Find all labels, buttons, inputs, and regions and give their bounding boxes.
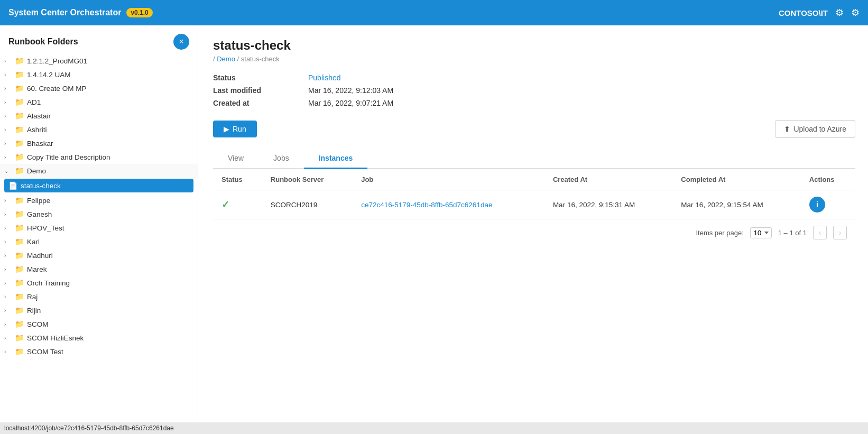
prev-page-button[interactable]: ‹	[813, 226, 827, 239]
upload-icon: ⬆	[784, 125, 790, 133]
sidebar-item-hpov[interactable]: › 📁 HPOV_Test	[0, 221, 198, 235]
sidebar-item-raj[interactable]: › 📁 Raj	[0, 290, 198, 303]
folder-icon: 📁	[15, 125, 24, 134]
folder-icon: 📁	[15, 265, 24, 273]
upload-label: Upload to Azure	[793, 125, 846, 133]
sidebar-item-60[interactable]: › 📁 60. Create OM MP	[0, 81, 198, 95]
folder-icon: 📁	[15, 306, 24, 315]
col-created-at: Created At	[544, 169, 672, 190]
cell-created-at: Mar 16, 2022, 9:15:31 AM	[544, 190, 672, 219]
chevron-right-icon: ›	[4, 154, 12, 160]
folder-icon: 📁	[15, 224, 24, 232]
folder-label: Raj	[27, 293, 191, 301]
sidebar-item-scomtest[interactable]: › 📁 SCOM Test	[0, 345, 198, 358]
tab-jobs[interactable]: Jobs	[258, 149, 304, 169]
folder-label: Ganesh	[27, 210, 191, 218]
sidebar-item-ganesh[interactable]: › 📁 Ganesh	[0, 207, 198, 221]
folder-icon: 📁	[15, 279, 24, 287]
meta-row-createdat: Created at Mar 16, 2022, 9:07:21 AM	[213, 99, 855, 107]
folder-label: 1.2.1.2_ProdMG01	[27, 57, 191, 65]
chevron-right-icon: ›	[4, 321, 12, 327]
col-job: Job	[353, 169, 544, 190]
chevron-right-icon: ›	[4, 211, 12, 217]
breadcrumb-demo[interactable]: Demo	[217, 55, 235, 63]
run-button[interactable]: ▶ Run	[213, 121, 257, 137]
folder-label: Felippe	[27, 197, 191, 205]
sidebar-item-karl[interactable]: › 📁 Karl	[0, 235, 198, 248]
app-title: System Center Orchestrator	[8, 8, 121, 17]
folder-label: Rijin	[27, 307, 191, 315]
sidebar-item-demo[interactable]: ⌄ 📁 Demo	[0, 164, 198, 178]
sidebar-item-status-check[interactable]: 📄 status-check	[4, 179, 193, 192]
sidebar-item-1212[interactable]: › 📁 1.2.1.2_ProdMG01	[0, 54, 198, 68]
chevron-right-icon: ›	[4, 198, 12, 204]
folder-label: Marek	[27, 265, 191, 273]
job-link[interactable]: ce72c416-5179-45db-8ffb-65d7c6261dae	[361, 201, 492, 209]
runbook-icon: 📄	[8, 181, 17, 190]
folder-icon: 📁	[15, 57, 24, 65]
sidebar-item-felippe[interactable]: › 📁 Felippe	[0, 193, 198, 207]
sidebar-item-ashriti[interactable]: › 📁 Ashriti	[0, 123, 198, 136]
sidebar-header: Runbook Folders ×	[0, 25, 198, 54]
per-page-select[interactable]: 10 25 50	[750, 227, 772, 238]
chevron-right-icon: ›	[4, 113, 12, 119]
folder-label: HPOV_Test	[27, 224, 191, 232]
run-label: Run	[233, 125, 246, 133]
cell-runbook-server: SCORCH2019	[262, 190, 353, 219]
tab-view[interactable]: View	[213, 149, 258, 169]
table-row: ✓ SCORCH2019 ce72c416-5179-45db-8ffb-65d…	[213, 190, 855, 219]
info-button[interactable]: i	[809, 197, 825, 213]
config-icon[interactable]: ⚙	[851, 7, 860, 19]
tab-instances[interactable]: Instances	[304, 149, 368, 169]
settings-icon[interactable]: ⚙	[835, 7, 844, 19]
folder-label: Demo	[27, 167, 191, 175]
sidebar-item-scom[interactable]: › 📁 SCOM	[0, 317, 198, 331]
version-badge: v0.1.0	[126, 8, 152, 17]
created-at-value: Mar 16, 2022, 9:07:21 AM	[308, 99, 393, 107]
folder-label: SCOM Test	[27, 348, 191, 356]
col-completed-at: Completed At	[672, 169, 800, 190]
folder-label: Karl	[27, 238, 191, 246]
last-modified-value: Mar 16, 2022, 9:12:03 AM	[308, 86, 393, 95]
navbar-right: CONTOSO\IT ⚙ ⚙	[779, 7, 860, 19]
main-content: status-check / Demo / status-check Statu…	[198, 25, 868, 434]
chevron-right-icon: ›	[4, 335, 12, 341]
sidebar-collapse-button[interactable]: ×	[173, 34, 189, 50]
sidebar-item-orch[interactable]: › 📁 Orch Training	[0, 276, 198, 290]
chevron-down-icon: ⌄	[4, 168, 12, 174]
sidebar-item-1414[interactable]: › 📁 1.4.14.2 UAM	[0, 68, 198, 81]
next-page-button[interactable]: ›	[833, 226, 847, 239]
folder-icon: 📁	[15, 237, 24, 246]
sidebar-item-madhuri[interactable]: › 📁 Madhuri	[0, 248, 198, 262]
sidebar-item-alastair[interactable]: › 📁 Alastair	[0, 109, 198, 123]
folder-icon: 📁	[15, 334, 24, 342]
sidebar-item-copytitle[interactable]: › 📁 Copy Title and Description	[0, 150, 198, 164]
folder-icon: 📁	[15, 139, 24, 147]
sidebar-item-scomhizli[interactable]: › 📁 SCOM HizliEsnek	[0, 331, 198, 345]
sidebar-item-ad1[interactable]: › 📁 AD1	[0, 95, 198, 109]
folder-icon: 📁	[15, 196, 24, 205]
cell-completed-at: Mar 16, 2022, 9:15:54 AM	[672, 190, 800, 219]
folder-label: Ashriti	[27, 126, 191, 134]
meta-row-lastmod: Last modified Mar 16, 2022, 9:12:03 AM	[213, 86, 855, 95]
created-at-label: Created at	[213, 99, 308, 107]
folder-icon: 📁	[15, 112, 24, 120]
tabs: View Jobs Instances	[213, 149, 855, 169]
folder-icon: 📁	[15, 347, 24, 356]
folder-label: SCOM HizliEsnek	[27, 334, 191, 342]
folder-icon: 📁	[15, 70, 24, 79]
sidebar-item-marek[interactable]: › 📁 Marek	[0, 262, 198, 276]
last-modified-label: Last modified	[213, 86, 308, 95]
folder-icon: 📁	[15, 84, 24, 93]
breadcrumb-current: status-check	[241, 55, 280, 63]
chevron-right-icon: ›	[4, 225, 12, 231]
upload-to-azure-button[interactable]: ⬆ Upload to Azure	[775, 120, 855, 138]
chevron-right-icon: ›	[4, 253, 12, 258]
folder-icon: 📁	[15, 251, 24, 260]
sidebar-item-bhaskar[interactable]: › 📁 Bhaskar	[0, 136, 198, 150]
sidebar-item-rijin[interactable]: › 📁 Rijin	[0, 303, 198, 317]
user-label: CONTOSO\IT	[779, 8, 828, 17]
cell-status: ✓	[213, 190, 262, 219]
folder-icon: 📁	[15, 210, 24, 218]
page-info: 1 – 1 of 1	[778, 229, 807, 237]
